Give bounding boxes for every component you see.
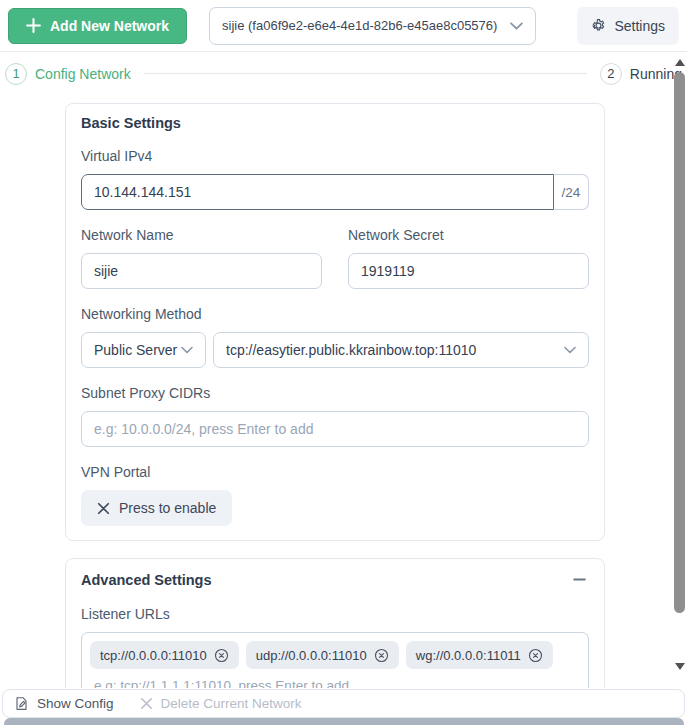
top-toolbar: Add New Network sijie (fa06f9e2-e6e4-4e1… [0, 0, 687, 52]
collapse-minus-icon[interactable] [570, 570, 589, 589]
config-stepper: 1 Config Network 2 Running [0, 52, 687, 86]
network-name-input[interactable] [81, 253, 322, 289]
show-config-button[interactable]: Show Config [14, 696, 114, 711]
step-running[interactable]: 2 Running [600, 63, 682, 85]
virtual-ipv4-group: /24 [81, 174, 589, 210]
gear-icon [591, 18, 606, 33]
chip-remove-icon[interactable] [374, 648, 389, 663]
network-name-label: Network Name [81, 227, 322, 243]
listener-url-chip-label: tcp://0.0.0.0:11010 [100, 648, 207, 663]
step1-circle: 1 [5, 63, 27, 85]
stepper-connector-line [144, 73, 587, 74]
show-config-label: Show Config [37, 696, 114, 711]
vpn-portal-enable-label: Press to enable [119, 500, 216, 516]
network-secret-input[interactable] [348, 253, 589, 289]
add-new-network-label: Add New Network [50, 18, 169, 34]
listener-url-chip: tcp://0.0.0.0:11010 [90, 641, 239, 669]
listener-url-chip: wg://0.0.0.0:11011 [406, 641, 553, 669]
listener-urls-placeholder: e.g: tcp://1.1.1.1:11010, press Enter to… [90, 678, 580, 688]
chevron-down-icon [181, 346, 193, 354]
listener-url-chip-label: wg://0.0.0.0:11011 [416, 648, 521, 663]
public-server-url-value: tcp://easytier.public.kkrainbow.top:1101… [226, 342, 564, 358]
network-select-dropdown[interactable]: sijie (fa06f9e2-e6e4-4e1d-82b6-e45ae8c05… [209, 7, 536, 45]
chip-remove-icon[interactable] [214, 648, 229, 663]
listener-url-chip-label: udp://0.0.0.0:11010 [256, 648, 367, 663]
network-select-value: sijie (fa06f9e2-e6e4-4e1d-82b6-e45ae8c05… [222, 18, 510, 33]
virtual-ipv4-prefix-addon: /24 [554, 174, 589, 210]
public-server-url-select[interactable]: tcp://easytier.public.kkrainbow.top:1101… [213, 332, 589, 368]
step-config-network[interactable]: 1 Config Network [5, 63, 131, 85]
networking-method-select[interactable]: Public Server [81, 332, 206, 368]
basic-settings-card: Basic Settings Virtual IPv4 /24 Network … [65, 103, 605, 541]
main-content: 1 Config Network 2 Running Basic Setting… [0, 52, 687, 688]
basic-settings-title: Basic Settings [81, 115, 589, 131]
network-secret-label: Network Secret [348, 227, 589, 243]
times-icon [97, 502, 110, 515]
networking-method-value: Public Server [94, 342, 181, 358]
vpn-portal-enable-button[interactable]: Press to enable [81, 490, 232, 526]
chevron-down-icon [510, 22, 523, 30]
chip-remove-icon[interactable] [528, 648, 543, 663]
listener-chips-row: tcp://0.0.0.0:11010 udp://0.0.0.0:11010 [90, 641, 580, 669]
networking-method-label: Networking Method [81, 306, 589, 322]
advanced-settings-card: Advanced Settings Listener URLs tcp://0.… [65, 558, 605, 688]
scrollbar-thumb[interactable] [674, 72, 685, 613]
vertical-scrollbar[interactable] [673, 56, 686, 678]
subnet-proxy-label: Subnet Proxy CIDRs [81, 385, 589, 401]
settings-button-label: Settings [614, 18, 665, 34]
subnet-proxy-input[interactable] [81, 411, 589, 447]
next-panel-edge [4, 718, 684, 725]
settings-button[interactable]: Settings [577, 7, 679, 45]
footer-toolbar: Show Config Delete Current Network [2, 689, 685, 718]
listener-url-chip: udp://0.0.0.0:11010 [246, 641, 399, 669]
chevron-down-icon [564, 346, 576, 354]
virtual-ipv4-input[interactable] [81, 174, 554, 210]
delete-current-network-label: Delete Current Network [161, 696, 302, 711]
scroll-up-arrow-icon[interactable] [675, 59, 685, 66]
step2-circle: 2 [600, 63, 622, 85]
step1-label: Config Network [35, 66, 131, 82]
times-icon [140, 697, 153, 710]
listener-urls-label: Listener URLs [81, 606, 589, 622]
file-edit-icon [14, 696, 29, 711]
scroll-down-arrow-icon[interactable] [675, 663, 685, 670]
advanced-settings-title: Advanced Settings [81, 572, 212, 588]
plus-icon [26, 18, 41, 33]
virtual-ipv4-label: Virtual IPv4 [81, 148, 589, 164]
delete-current-network-button[interactable]: Delete Current Network [140, 696, 302, 711]
listener-urls-chips-input[interactable]: tcp://0.0.0.0:11010 udp://0.0.0.0:11010 [81, 632, 589, 688]
add-new-network-button[interactable]: Add New Network [8, 8, 187, 44]
vpn-portal-label: VPN Portal [81, 464, 589, 480]
